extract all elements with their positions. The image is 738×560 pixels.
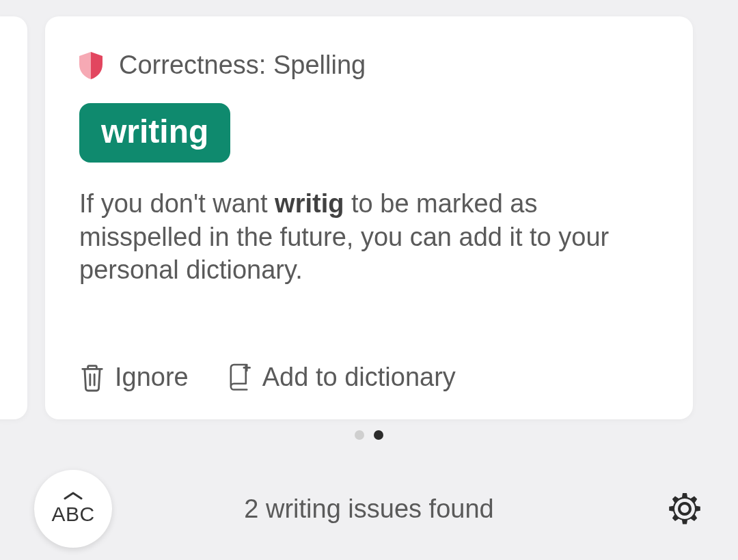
ignore-button[interactable]: Ignore [79, 363, 189, 392]
card-description: If you don't want writig to be marked as… [79, 187, 659, 287]
chevron-up-icon [64, 492, 83, 500]
bottom-bar: ABC 2 writing issues found [0, 458, 738, 560]
book-plus-icon [227, 363, 253, 392]
gear-icon [667, 491, 702, 527]
ignore-label: Ignore [115, 363, 189, 392]
settings-button[interactable] [666, 490, 704, 528]
desc-prefix: If you don't want [79, 189, 275, 218]
category-label: Correctness: Spelling [119, 51, 366, 80]
add-to-dictionary-button[interactable]: Add to dictionary [227, 363, 456, 392]
trash-icon [79, 363, 105, 392]
keyboard-toggle-button[interactable]: ABC [34, 470, 112, 548]
shield-icon [79, 52, 102, 79]
pager-dots [355, 430, 383, 440]
pager-dot-1[interactable] [374, 430, 383, 440]
card-header: Correctness: Spelling [79, 51, 659, 80]
previous-card-edge[interactable] [0, 16, 27, 419]
status-text: 2 writing issues found [244, 494, 493, 524]
suggestion-card: Correctness: Spelling writing If you don… [45, 16, 693, 419]
add-to-dictionary-label: Add to dictionary [262, 363, 456, 392]
correction-chip[interactable]: writing [79, 103, 230, 163]
card-actions: Ignore Add to dictionary [79, 363, 659, 392]
desc-bold-word: writig [275, 189, 344, 218]
keyboard-toggle-label: ABC [51, 503, 94, 526]
pager-dot-0[interactable] [355, 430, 364, 440]
